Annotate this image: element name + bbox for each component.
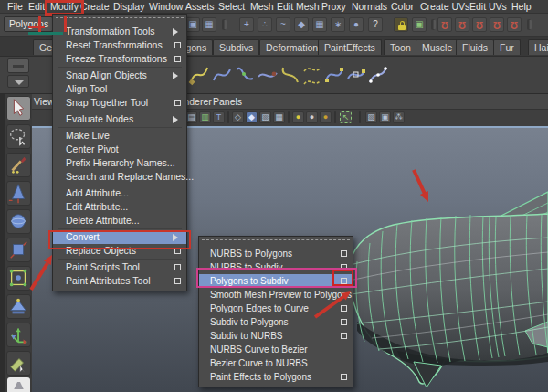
shelf-menu-button[interactable] — [7, 75, 29, 88]
option-box-icon[interactable] — [341, 264, 347, 270]
snap-to-points-icon[interactable]: Ω — [472, 17, 487, 32]
node-graph-icon[interactable]: ⁂ — [393, 111, 405, 123]
menu-item-paint-scripts-tool[interactable]: Paint Scripts Tool — [53, 260, 186, 274]
option-box-icon[interactable] — [174, 56, 181, 62]
option-box-icon[interactable] — [174, 42, 181, 48]
curve-snap-points-icon[interactable] — [322, 62, 346, 88]
menu-item-search-and-replace-names[interactable]: Search and Replace Names... — [53, 170, 186, 184]
universal-manipulator-icon[interactable] — [6, 266, 31, 291]
select-by-object-icon[interactable]: ▦ — [202, 17, 216, 32]
menu-item-polygon-edges-to-curve[interactable]: Polygon Edges to Curve — [199, 302, 353, 315]
menu-item-convert[interactable]: Convert — [53, 230, 186, 244]
shelf-tab-menu-button[interactable] — [7, 58, 29, 73]
pencil-curve-icon[interactable] — [187, 62, 211, 88]
lasso-tool-icon[interactable] — [6, 124, 31, 149]
menu-item-edit-attribute[interactable]: Edit Attribute... — [53, 200, 186, 214]
cube-icon[interactable]: ▧ — [365, 111, 377, 123]
option-box-icon[interactable] — [341, 374, 347, 380]
shadows-icon[interactable]: ● — [320, 111, 332, 123]
option-box-icon[interactable] — [174, 264, 181, 270]
menu-select[interactable]: Select — [218, 1, 245, 13]
mask-misc-icon[interactable]: ? — [368, 17, 383, 32]
paint-select-tool-icon[interactable] — [6, 153, 31, 177]
tear-off-handle[interactable] — [56, 17, 184, 23]
menu-file[interactable]: File — [7, 1, 23, 13]
all-lights-icon[interactable]: ● — [292, 111, 304, 123]
option-box-icon[interactable] — [174, 278, 181, 284]
soft-modification-icon[interactable] — [6, 294, 31, 319]
wireframe-icon[interactable]: ◇ — [232, 111, 244, 123]
menu-item-make-live[interactable]: Make Live — [53, 129, 186, 143]
option-box-icon[interactable] — [174, 100, 181, 106]
mask-rendering-icon[interactable]: ● — [349, 17, 364, 32]
curve-points-icon[interactable] — [366, 62, 390, 88]
menu-item-snap-align-objects[interactable]: Snap Align Objects — [53, 69, 186, 82]
menu-edit-uvs[interactable]: Edit UVs — [469, 1, 507, 13]
menu-item-evaluate-nodes[interactable]: Evaluate Nodes — [53, 112, 186, 126]
menu-item-delete-attribute[interactable]: Delete Attribute... — [53, 214, 186, 228]
option-box-icon[interactable] — [341, 319, 347, 325]
menu-help[interactable]: Help — [511, 1, 532, 13]
menu-item-align-tool[interactable]: Align Tool — [53, 82, 186, 96]
lock-selection-icon[interactable] — [394, 17, 408, 32]
snap-to-curves-icon[interactable]: Ω — [455, 17, 469, 32]
shelf-tab-deformation[interactable]: Deformation — [259, 39, 324, 55]
scale-tool-icon[interactable] — [6, 238, 31, 262]
mask-surfaces-icon[interactable]: ◆ — [294, 17, 309, 32]
menu-create-uvs[interactable]: Create UVs — [420, 1, 469, 13]
menu-normals[interactable]: Normals — [352, 1, 387, 13]
menu-color[interactable]: Color — [391, 1, 414, 13]
menu-item-subdiv-to-nurbs[interactable]: Subdiv to NURBS — [199, 329, 353, 343]
menu-display[interactable]: Display — [113, 1, 144, 13]
menu-item-reset-transformations[interactable]: Reset Transformations — [53, 38, 186, 52]
mask-curves-icon[interactable]: ~ — [276, 17, 290, 32]
menu-mesh[interactable]: Mesh — [250, 1, 274, 13]
option-box-icon[interactable] — [341, 305, 347, 312]
menu-window[interactable]: Window — [149, 1, 183, 13]
select-tool-icon[interactable] — [6, 96, 31, 121]
menu-item-freeze-transformations[interactable]: Freeze Transformations — [53, 52, 186, 66]
textured-icon[interactable]: ▧ — [259, 111, 271, 123]
panel-menu-panels[interactable]: Panels — [213, 95, 242, 109]
snap-to-projected-center-icon[interactable]: Ω — [490, 17, 504, 32]
use-default-material-icon[interactable]: ▦ — [273, 111, 285, 123]
select-by-hierarchy-icon[interactable]: ▣ — [185, 17, 200, 32]
menu-item-center-pivot[interactable]: Center Pivot — [53, 143, 186, 156]
mask-handles-icon[interactable]: + — [239, 17, 254, 32]
smooth-shade-icon[interactable]: ◆ — [246, 111, 258, 123]
option-box-icon[interactable] — [341, 250, 347, 257]
menu-assets[interactable]: Assets — [185, 1, 215, 13]
menu-item-subdiv-to-polygons[interactable]: Subdiv to Polygons — [199, 315, 353, 329]
single-pane-layout-button[interactable] — [7, 377, 30, 392]
menu-item-smooth-mesh-preview-to-polygons[interactable]: Smooth Mesh Preview to Polygons — [199, 288, 353, 302]
menu-proxy[interactable]: Proxy — [321, 1, 346, 13]
menu-item-paint-effects-to-polygons[interactable]: Paint Effects to Polygons — [199, 370, 353, 384]
menu-item-replace-objects[interactable]: Replace Objects — [53, 244, 186, 258]
shelf-tab-painteffects[interactable]: PaintEffects — [318, 39, 382, 55]
shelf-tab-muscle[interactable]: Muscle — [416, 39, 458, 55]
menu-item-snap-together-tool[interactable]: Snap Together Tool — [53, 96, 186, 110]
menu-set-dropdown[interactable]: Polygons — [4, 16, 53, 32]
no-lights-icon[interactable]: ● — [306, 111, 318, 123]
menu-item-add-attribute[interactable]: Add Attribute... — [53, 186, 186, 200]
snap-to-grids-icon[interactable]: Ω — [437, 17, 452, 32]
rotate-tool-icon[interactable] — [6, 209, 31, 234]
shelf-tab-toon[interactable]: Toon — [384, 39, 417, 55]
menu-item-nurbs-to-subdiv[interactable]: NURBS to Subdiv — [199, 260, 353, 274]
menu-edit-mesh[interactable]: Edit Mesh — [277, 1, 320, 13]
edit-curve-icon[interactable] — [344, 62, 368, 88]
mask-points-icon[interactable]: ∴ — [258, 17, 272, 32]
shelf-tab-fluids[interactable]: Fluids — [456, 39, 494, 55]
last-tool-icon[interactable] — [6, 351, 31, 376]
menu-item-polygons-to-subdiv[interactable]: Polygons to Subdiv — [199, 274, 353, 288]
tear-off-handle[interactable] — [202, 239, 350, 245]
menu-item-nurbs-to-polygons[interactable]: NURBS to Polygons — [199, 247, 353, 260]
show-manipulator-icon[interactable] — [6, 323, 31, 347]
highlight-selection-icon[interactable]: ▣ — [412, 17, 427, 32]
resolution-gate-icon[interactable]: ▥ — [199, 111, 211, 123]
shelf-tab-subdivs[interactable]: Subdivs — [213, 39, 259, 55]
arc-curve-icon[interactable] — [279, 62, 302, 88]
option-box-icon[interactable] — [341, 278, 347, 284]
gate-mask-icon[interactable]: T — [213, 111, 225, 123]
menu-edit[interactable]: Edit — [28, 1, 45, 13]
